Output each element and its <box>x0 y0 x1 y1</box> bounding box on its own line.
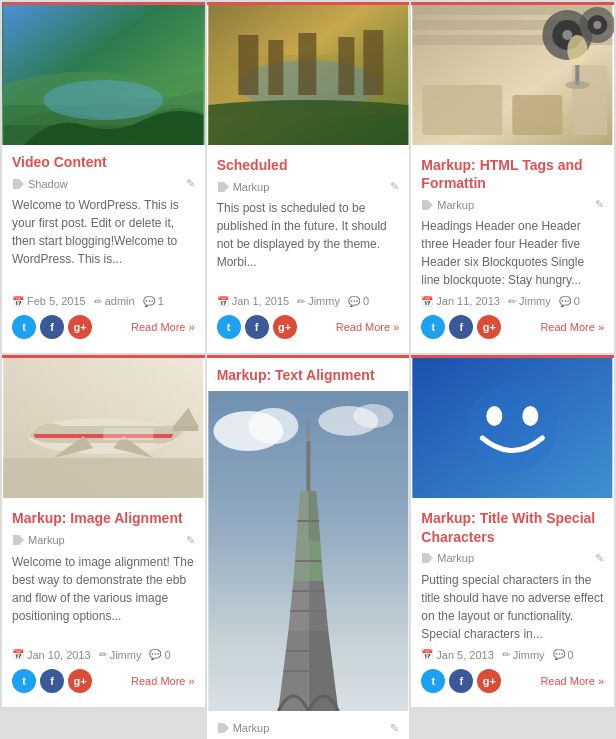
tag-label: Markup <box>28 534 65 546</box>
svg-point-19 <box>563 30 573 40</box>
card-text-alignment: Markup: Text Alignment <box>207 355 410 739</box>
svg-rect-15 <box>513 95 563 135</box>
tag-label: Shadow <box>28 178 68 190</box>
googleplus-button[interactable]: g+ <box>68 669 92 693</box>
edit-icon[interactable]: ✎ <box>595 198 604 211</box>
facebook-button[interactable]: f <box>245 315 269 339</box>
tag-label: Markup <box>437 199 474 211</box>
meta-date: 📅 Jan 10, 2013 <box>12 649 91 661</box>
meta-comments: 💬 0 <box>149 649 170 661</box>
card-image-eiffel <box>207 391 410 714</box>
card-body-text-align: Markup ✎ Default This is a paragraph. It… <box>207 714 410 739</box>
calendar-icon: 📅 <box>217 296 229 307</box>
card-body-video: Video Content Shadow ✎ Welcome to WordPr… <box>2 145 205 353</box>
svg-rect-27 <box>3 458 203 498</box>
card-excerpt: Welcome to image alignment! The best way… <box>12 553 195 643</box>
card-footer: t f g+ Read More » <box>12 315 195 345</box>
read-more-link[interactable]: Read More » <box>540 321 604 333</box>
tag-icon <box>12 535 24 545</box>
calendar-icon: 📅 <box>421 649 433 660</box>
card-excerpt: Headings Header one Header three Header … <box>421 217 604 289</box>
author-icon: ✏ <box>508 296 516 307</box>
tag-icon <box>12 179 24 189</box>
googleplus-button[interactable]: g+ <box>273 315 297 339</box>
tag-icon <box>421 553 433 563</box>
tag-icon <box>217 182 229 192</box>
facebook-button[interactable]: f <box>40 669 64 693</box>
svg-rect-6 <box>268 40 283 95</box>
meta-comments: 💬 0 <box>559 295 580 307</box>
svg-point-22 <box>594 21 602 29</box>
card-meta: 📅 Jan 10, 2013 ✏ Jimmy 💬 0 <box>12 649 195 661</box>
comment-icon: 💬 <box>143 296 155 307</box>
card-excerpt: This post is scheduled to be published i… <box>217 199 400 289</box>
edit-icon[interactable]: ✎ <box>595 552 604 565</box>
card-scheduled: Scheduled Markup ✎ This post is schedule… <box>207 2 410 353</box>
social-icons: t f g+ <box>12 669 92 693</box>
edit-icon[interactable]: ✎ <box>390 722 399 735</box>
meta-comments: 💬 0 <box>553 649 574 661</box>
post-tag: Markup <box>217 722 270 734</box>
googleplus-button[interactable]: g+ <box>68 315 92 339</box>
card-image-html <box>411 5 614 148</box>
meta-date: 📅 Feb 5, 2015 <box>12 295 86 307</box>
social-icons: t f g+ <box>217 315 297 339</box>
card-image-video <box>2 5 205 145</box>
card-footer: t f g+ Read More » <box>217 315 400 345</box>
edit-icon[interactable]: ✎ <box>390 180 399 193</box>
twitter-button[interactable]: t <box>217 315 241 339</box>
meta-comments: 💬 1 <box>143 295 164 307</box>
post-tag: Markup <box>421 552 474 564</box>
post-tag: Markup <box>217 181 270 193</box>
read-more-link[interactable]: Read More » <box>131 675 195 687</box>
card-title-text-align: Markup: Text Alignment <box>207 358 410 384</box>
googleplus-button[interactable]: g+ <box>477 315 501 339</box>
svg-point-35 <box>353 404 393 428</box>
svg-rect-14 <box>423 85 503 135</box>
social-icons: t f g+ <box>421 669 501 693</box>
tag-row: Markup ✎ <box>421 552 604 565</box>
svg-point-33 <box>248 408 298 444</box>
card-meta: 📅 Feb 5, 2015 ✏ admin 💬 1 <box>12 295 195 307</box>
read-more-link[interactable]: Read More » <box>131 321 195 333</box>
card-image-scheduled <box>207 5 410 148</box>
author-icon: ✏ <box>297 296 305 307</box>
card-title: Markup: HTML Tags and Formattin <box>421 156 604 192</box>
card-title: Video Content <box>12 153 195 171</box>
edit-icon[interactable]: ✎ <box>186 534 195 547</box>
twitter-button[interactable]: t <box>12 315 36 339</box>
meta-date: 📅 Jan 5, 2013 <box>421 649 494 661</box>
read-more-link[interactable]: Read More » <box>336 321 400 333</box>
post-tag: Shadow <box>12 178 68 190</box>
meta-author: ✏ Jimmy <box>502 649 545 661</box>
svg-rect-9 <box>363 30 383 95</box>
calendar-icon: 📅 <box>12 649 24 660</box>
tag-label: Markup <box>233 722 270 734</box>
twitter-button[interactable]: t <box>12 669 36 693</box>
author-icon: ✏ <box>94 296 102 307</box>
card-footer: t f g+ Read More » <box>421 315 604 345</box>
tag-row: Markup ✎ <box>12 534 195 547</box>
social-icons: t f g+ <box>12 315 92 339</box>
card-image-alignment: Markup: Image Alignment Markup ✎ Welcome… <box>2 355 205 706</box>
card-meta: 📅 Jan 1, 2015 ✏ Jimmy 💬 0 <box>217 295 400 307</box>
svg-rect-5 <box>238 35 258 95</box>
card-excerpt: Welcome to WordPress. This is your first… <box>12 196 195 289</box>
card-title: Markup: Title With Special Characters <box>421 509 604 545</box>
meta-author: ✏ Jimmy <box>508 295 551 307</box>
twitter-button[interactable]: t <box>421 315 445 339</box>
card-title: Scheduled <box>217 156 400 174</box>
read-more-link[interactable]: Read More » <box>540 675 604 687</box>
googleplus-button[interactable]: g+ <box>477 669 501 693</box>
facebook-button[interactable]: f <box>40 315 64 339</box>
card-body-align: Markup: Image Alignment Markup ✎ Welcome… <box>2 501 205 706</box>
author-icon: ✏ <box>502 649 510 660</box>
svg-rect-37 <box>307 421 309 441</box>
facebook-button[interactable]: f <box>449 669 473 693</box>
calendar-icon: 📅 <box>12 296 24 307</box>
author-icon: ✏ <box>99 649 107 660</box>
edit-icon[interactable]: ✎ <box>186 177 195 190</box>
facebook-button[interactable]: f <box>449 315 473 339</box>
meta-date: 📅 Jan 11, 2013 <box>421 295 500 307</box>
twitter-button[interactable]: t <box>421 669 445 693</box>
